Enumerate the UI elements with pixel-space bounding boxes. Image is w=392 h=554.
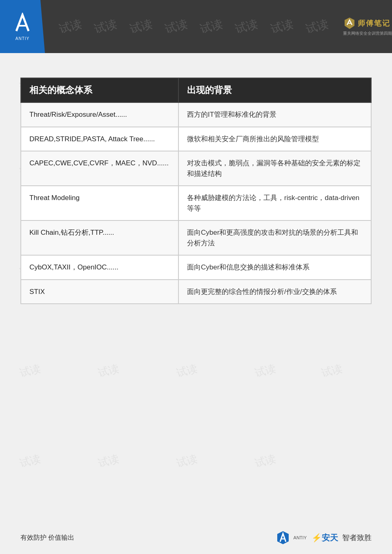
cell-right-5: 面向Cyber和信息交换的描述和标准体系 <box>178 255 371 280</box>
cell-right-1: 微软和相关安全厂商所推出的风险管理模型 <box>178 127 371 151</box>
cell-right-6: 面向更完整的综合性的情报分析/作业/交换的体系 <box>178 280 371 304</box>
cell-left-4: Kill Chain,钻石分析,TTP...... <box>21 220 178 255</box>
bwm-21: 试读 <box>18 451 42 470</box>
cell-right-2: 对攻击模式，脆弱点，漏洞等各种基础的安全元素的标定和描述结构 <box>178 151 371 186</box>
footer-brand-sub: 智者致胜 <box>342 533 372 543</box>
bwm-16: 试读 <box>18 361 42 380</box>
col1-header: 相关的概念体系 <box>21 78 178 102</box>
cell-left-1: DREAD,STRIDE,PASTA, Attack Tree...... <box>21 127 178 151</box>
footer: 有效防护 价值输出 ANTIY ⚡安天 智者致胜 <box>0 521 392 554</box>
watermark-3: 试读 <box>128 16 154 37</box>
main-content: 相关的概念体系 出现的背景 Threat/Risk/Exposure/Asset… <box>0 53 392 320</box>
cell-right-3: 各种威胁建模的方法论，工具，risk-centric，data-driven等等 <box>178 186 371 220</box>
bwm-18: 试读 <box>175 361 199 380</box>
watermark-5: 试读 <box>198 16 225 37</box>
footer-logo-icon <box>276 530 290 545</box>
watermark-7: 试读 <box>269 16 295 37</box>
table-row: CybOX,TAXII，OpenIOC......面向Cyber和信息交换的描述… <box>21 255 371 280</box>
logo-label: ANTIY <box>16 36 29 41</box>
brand-title: 师傅笔记 <box>358 18 390 28</box>
footer-antiy-label: ANTIY <box>294 535 307 540</box>
table-row: Kill Chain,钻石分析,TTP......面向Cyber和更高强度的攻击… <box>21 220 371 255</box>
bwm-23: 试读 <box>175 451 199 470</box>
footer-tagline: 有效防护 价值输出 <box>20 534 74 542</box>
cell-left-0: Threat/Risk/Exposure/Asset...... <box>21 102 178 127</box>
watermark-8: 试读 <box>304 16 330 37</box>
concept-table: 相关的概念体系 出现的背景 Threat/Risk/Exposure/Asset… <box>20 78 372 304</box>
header: ANTIY 试读 试读 试读 试读 试读 试读 试读 试读 师傅笔记 重关网络安… <box>0 0 392 53</box>
header-watermark-area: 试读 试读 试读 试读 试读 试读 试读 试读 <box>45 19 343 34</box>
watermark-4: 试读 <box>163 16 189 37</box>
bwm-22: 试读 <box>96 451 120 470</box>
cell-right-0: 西方的IT管理和标准化的背景 <box>178 102 371 127</box>
footer-brand: ANTIY ⚡安天 智者致胜 <box>276 530 372 545</box>
table-row: CAPEC,CWE,CVE,CVRF，MAEC，NVD......对攻击模式，脆… <box>21 151 371 186</box>
header-brand: 师傅笔记 重关网络安全全训营第四期 <box>343 0 392 53</box>
cell-left-6: STIX <box>21 280 178 304</box>
bwm-19: 试读 <box>253 361 277 380</box>
logo-icon <box>14 13 31 36</box>
table-row: DREAD,STRIDE,PASTA, Attack Tree......微软和… <box>21 127 371 151</box>
brand-subtitle: 重关网络安全全训营第四期 <box>343 31 392 36</box>
cell-left-5: CybOX,TAXII，OpenIOC...... <box>21 255 178 280</box>
col2-header: 出现的背景 <box>178 78 371 102</box>
bwm-17: 试读 <box>96 361 120 380</box>
cell-left-2: CAPEC,CWE,CVE,CVRF，MAEC，NVD...... <box>21 151 178 186</box>
watermark-6: 试读 <box>234 16 260 37</box>
footer-brand-cn: ⚡安天 <box>312 532 338 543</box>
bwm-20: 试读 <box>320 361 344 380</box>
cell-right-4: 面向Cyber和更高强度的攻击和对抗的场景的分析工具和分析方法 <box>178 220 371 255</box>
cell-left-3: Threat Modeling <box>21 186 178 220</box>
logo-box: ANTIY <box>0 0 45 53</box>
watermark-1: 试读 <box>58 16 84 37</box>
watermark-2: 试读 <box>93 16 119 37</box>
table-row: Threat/Risk/Exposure/Asset......西方的IT管理和… <box>21 102 371 127</box>
bwm-24: 试读 <box>253 451 277 470</box>
table-row: STIX面向更完整的综合性的情报分析/作业/交换的体系 <box>21 280 371 304</box>
table-row: Threat Modeling各种威胁建模的方法论，工具，risk-centri… <box>21 186 371 220</box>
